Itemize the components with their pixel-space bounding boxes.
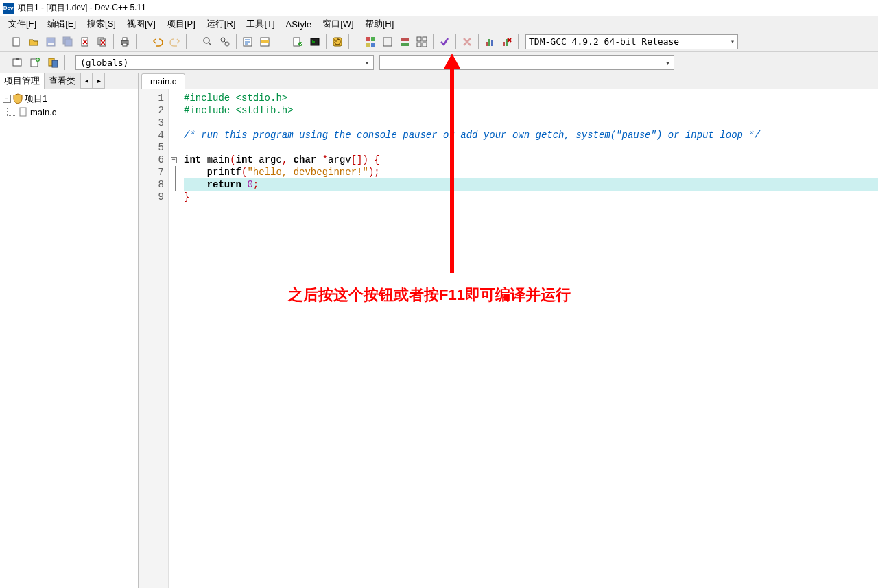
compile-run-button[interactable] xyxy=(362,34,379,50)
file-tab-main[interactable]: main.c xyxy=(141,73,185,89)
add-file-button[interactable] xyxy=(27,54,43,71)
scope-select-value: (globals) xyxy=(80,58,128,68)
rebuild-button[interactable] xyxy=(329,34,346,50)
delete-profile-button[interactable] xyxy=(499,34,515,50)
fold-toggle-icon[interactable]: − xyxy=(171,157,177,163)
svg-rect-35 xyxy=(503,42,505,46)
run-button[interactable] xyxy=(307,34,323,50)
svg-rect-36 xyxy=(506,39,508,46)
sidebar: 项目管理 查看类 ◂ ▸ − 项目1 main.c xyxy=(0,73,139,588)
chart-button[interactable] xyxy=(482,34,498,50)
svg-rect-16 xyxy=(261,40,269,43)
svg-rect-28 xyxy=(417,37,421,41)
svg-point-11 xyxy=(204,38,209,43)
svg-rect-29 xyxy=(423,37,427,41)
menu-help[interactable]: 帮助[H] xyxy=(359,16,400,32)
menubar: 文件[F] 编辑[E] 搜索[S] 视图[V] 项目[P] 运行[R] 工具[T… xyxy=(0,16,878,32)
sidebar-tab-prev[interactable]: ◂ xyxy=(80,73,93,89)
close-all-button[interactable] xyxy=(94,34,110,50)
app-icon: Dev xyxy=(3,3,14,14)
sidebar-tabs: 项目管理 查看类 ◂ ▸ xyxy=(0,73,138,89)
menu-search[interactable]: 搜索[S] xyxy=(82,16,121,32)
delete-button[interactable] xyxy=(459,34,475,50)
debug-button[interactable] xyxy=(379,34,396,50)
find-button[interactable] xyxy=(200,34,216,50)
fold-gutter: − xyxy=(169,89,178,588)
svg-rect-33 xyxy=(488,39,490,46)
svg-rect-24 xyxy=(371,43,375,47)
check-button[interactable] xyxy=(436,34,453,50)
titlebar: Dev 项目1 - [项目1.dev] - Dev-C++ 5.11 xyxy=(0,0,878,16)
compile-button[interactable] xyxy=(289,34,306,50)
tree-collapse-icon[interactable]: − xyxy=(3,95,11,103)
svg-rect-10 xyxy=(123,43,127,46)
svg-rect-38 xyxy=(16,58,19,60)
editor-area: main.c 1 2 3 4 5 6 7 8 9 − #inc xyxy=(139,73,878,588)
open-button[interactable] xyxy=(25,34,42,50)
svg-rect-32 xyxy=(486,42,488,46)
file-icon xyxy=(18,106,29,117)
svg-rect-21 xyxy=(366,37,370,41)
project-tree[interactable]: − 项目1 main.c xyxy=(0,89,138,588)
new-file-button[interactable] xyxy=(8,34,25,50)
code-editor[interactable]: 1 2 3 4 5 6 7 8 9 − #include <stdio.h> #… xyxy=(139,89,878,588)
print-button[interactable] xyxy=(117,34,133,50)
scope-select[interactable]: (globals) ▾ xyxy=(75,55,374,70)
goto-button[interactable] xyxy=(239,34,256,50)
menu-project[interactable]: 项目[P] xyxy=(161,16,201,32)
menu-window[interactable]: 窗口[W] xyxy=(317,16,359,32)
svg-rect-4 xyxy=(65,39,72,46)
svg-rect-25 xyxy=(383,38,392,46)
tree-project-root[interactable]: − 项目1 xyxy=(3,92,135,106)
chevron-down-icon: ▾ xyxy=(731,38,735,45)
svg-rect-37 xyxy=(13,59,21,66)
profile-button[interactable] xyxy=(414,34,430,50)
menu-file[interactable]: 文件[F] xyxy=(3,16,42,32)
chevron-down-icon: ▾ xyxy=(666,59,669,67)
bookmarks-button[interactable] xyxy=(257,34,273,50)
file-tabs: main.c xyxy=(139,73,878,89)
code-content[interactable]: #include <stdio.h> #include <stdlib.h> /… xyxy=(178,89,878,588)
svg-rect-2 xyxy=(48,43,54,45)
svg-rect-31 xyxy=(423,43,427,47)
svg-rect-0 xyxy=(13,38,19,46)
menu-view[interactable]: 视图[V] xyxy=(121,16,161,32)
line-number-gutter: 1 2 3 4 5 6 7 8 9 xyxy=(139,89,169,588)
svg-rect-23 xyxy=(366,43,370,47)
svg-point-18 xyxy=(298,42,302,46)
main-toolbar: TDM-GCC 4.9.2 64-bit Release ▾ xyxy=(0,32,878,52)
secondary-toolbar: (globals) ▾ ▾ xyxy=(0,52,878,73)
remove-file-button[interactable] xyxy=(45,54,61,71)
function-select[interactable]: ▾ xyxy=(379,55,674,70)
shield-icon xyxy=(12,93,23,104)
window-title: 项目1 - [项目1.dev] - Dev-C++ 5.11 xyxy=(18,2,146,14)
replace-button[interactable] xyxy=(217,34,233,50)
tree-file-item[interactable]: main.c xyxy=(3,106,135,118)
menu-edit[interactable]: 编辑[E] xyxy=(42,16,82,32)
save-button[interactable] xyxy=(43,34,59,50)
undo-button[interactable] xyxy=(150,34,166,50)
tree-file-label: main.c xyxy=(30,107,56,117)
svg-rect-22 xyxy=(371,37,375,41)
sidebar-tab-next[interactable]: ▸ xyxy=(93,73,105,89)
chevron-down-icon: ▾ xyxy=(365,59,369,67)
menu-astyle[interactable]: AStyle xyxy=(281,18,318,31)
svg-rect-42 xyxy=(52,60,58,67)
svg-rect-26 xyxy=(401,38,409,41)
compiler-select-value: TDM-GCC 4.9.2 64-bit Release xyxy=(529,36,679,47)
debug-colored-button[interactable] xyxy=(396,34,413,50)
sidebar-tab-classes[interactable]: 查看类 xyxy=(45,73,80,89)
menu-run[interactable]: 运行[R] xyxy=(201,16,241,32)
new-project-button[interactable] xyxy=(9,54,25,71)
main-area: 项目管理 查看类 ◂ ▸ − 项目1 main.c main.c 1 xyxy=(0,73,878,588)
menu-tools[interactable]: 工具[T] xyxy=(241,16,280,32)
svg-rect-43 xyxy=(20,108,26,116)
save-all-button[interactable] xyxy=(60,34,76,50)
close-button[interactable] xyxy=(77,34,93,50)
svg-rect-27 xyxy=(401,43,409,46)
svg-rect-30 xyxy=(417,43,421,47)
compiler-select[interactable]: TDM-GCC 4.9.2 64-bit Release ▾ xyxy=(525,34,738,49)
tree-project-label: 项目1 xyxy=(25,93,47,105)
redo-button[interactable] xyxy=(167,34,183,50)
sidebar-tab-project[interactable]: 项目管理 xyxy=(0,73,45,89)
